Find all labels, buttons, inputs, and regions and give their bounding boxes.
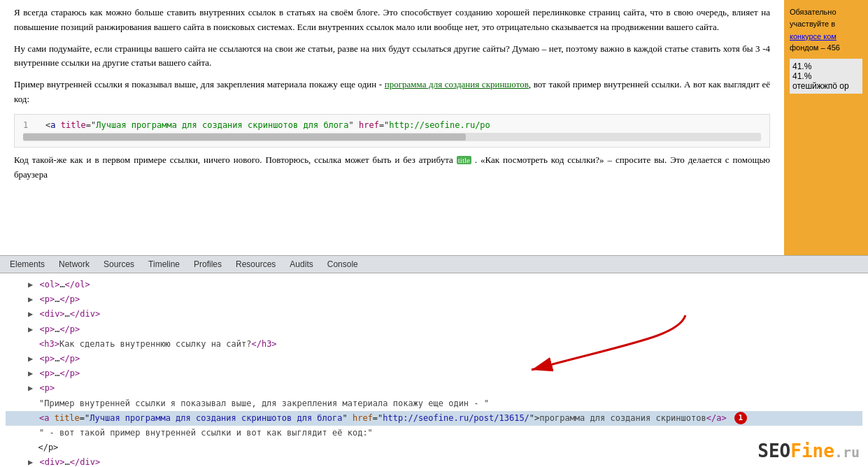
tag-name: <p> [39,294,55,304]
dom-line: ▶ <div>…</div> [6,455,862,467]
text-node: Как сделать внутреннюю ссылку на сайт? [59,339,252,349]
triangle-icon: ▶ [28,457,33,467]
title-val: Лучшая программа для создания скриншотов… [90,413,342,423]
triangle-icon: ▶ [28,368,33,378]
close-tag: </div> [70,309,100,319]
sidebar-num-block: 41.% 41.% отешйжжпö ор [790,59,862,94]
badge-number: 1 [734,412,747,424]
attr-href: href [353,413,373,423]
line-number: 1 [23,120,37,130]
dom-line: ▶ <p>…</p> [6,322,862,337]
triangle-icon: ▶ [28,383,33,393]
seofine-logo: SEOFine.ru [757,440,860,461]
logo-seo: SEO [757,440,790,461]
para4-before: Код такой-же как и в первом примере ссыл… [14,155,453,165]
ellipsis: … [59,280,64,289]
close-quote2: "> [529,413,539,423]
internal-link[interactable]: программа для создания скриншотов [385,79,529,89]
tab-profiles[interactable]: Profiles [187,257,229,272]
triangle-icon: ▶ [28,309,33,319]
tab-network[interactable]: Network [52,257,97,272]
sidebar-num2: 41.% [792,71,860,81]
text-node: " - вот такой пример внутренней ссылки и… [39,428,373,438]
sidebar-num3: отешйжжпö ор [792,81,860,91]
tag-name: <ol> [39,280,59,289]
text-node: "Пример внутренней ссылки я показывал вы… [39,398,489,408]
dom-line: "Пример внутренней ссылки я показывал вы… [6,396,862,411]
article-paragraph-2: Ну сами подумайте, если страницы вашего … [14,42,770,71]
tag-name: <div> [39,309,64,319]
code-scrollbar[interactable] [23,133,761,141]
highlight-tag: title [457,156,471,164]
devtools-panel: ▶ <ol>…</ol> ▶ <p>…</p> ▶ <div>…</div> ▶… [0,273,868,467]
close-tag: </p> [59,354,80,364]
close-quote1: " [343,413,353,423]
close-a-tag: </a> [706,413,727,423]
article-paragraph-1: Я всегда стараюсь как можно больше стави… [14,6,770,35]
sidebar-block-1: Обязательно участвуйте в конкурсе ком фо… [790,6,862,53]
open-a-tag: <a [39,413,55,423]
close-p: </p> [28,443,58,452]
logo-fine: Fine [790,440,834,461]
close-tag: </ol> [65,280,90,289]
logo-ru: .ru [834,444,860,461]
tab-resources[interactable]: Resources [229,257,283,272]
sidebar-num1: 41.% [792,62,860,71]
close-tag: </p> [59,294,80,304]
sidebar-obz-link[interactable]: конкурсе ком [790,32,837,41]
close-tag: </p> [59,368,80,378]
dom-line: ▶ <p>…</p> [6,366,862,381]
close-tag: </h3> [251,339,276,349]
code-block: 1 <a title="Лучшая программа для создани… [14,114,770,148]
dom-line: <h3>Как сделать внутреннюю ссылку на сай… [6,337,862,352]
close-tag: </p> [59,324,80,334]
dom-line: ▶ <div>…</div> [6,307,862,322]
dom-line: ▶ <ol>…</ol> [6,278,862,292]
tag-name: <div> [39,457,64,467]
article-paragraph-4: Код такой-же как и в первом примере ссыл… [14,153,770,182]
dom-line: ▶ <p>…</p> [6,292,862,307]
attr-title: title [55,413,80,423]
dom-line: ▶ <p>…</p> [6,352,862,366]
devtools-tabs-bar: Elements Network Sources Timeline Profil… [0,255,868,273]
dom-line: </p> [6,440,862,455]
tab-console[interactable]: Console [320,257,365,272]
link-text: программа для создания скриншотов [539,413,706,423]
code-scrollbar-thumb [23,134,466,141]
tab-elements[interactable]: Elements [3,257,52,272]
tab-timeline[interactable]: Timeline [141,257,187,272]
tag-name: <p> [39,324,55,334]
tab-sources[interactable]: Sources [97,257,141,272]
sidebar-right: Обязательно участвуйте в конкурсе ком фо… [784,0,868,255]
dom-tree: ▶ <ol>…</ol> ▶ <p>…</p> ▶ <div>…</div> ▶… [0,276,868,467]
sidebar-obz-after: фондом – 456 [790,43,840,52]
triangle-icon: ▶ [28,280,33,289]
dom-line: ▶ <p> [6,381,862,396]
tag-name: <p> [39,368,55,378]
ellipsis: … [65,457,70,467]
triangle-icon: ▶ [28,354,33,364]
tag-name: <p> [39,354,55,364]
code-content: <a title="Лучшая программа для создания … [45,120,490,130]
triangle-icon: ▶ [28,324,33,334]
sidebar-obz-text: Обязательно участвуйте в [790,8,837,28]
href-val: http://seofine.ru/post/13615/ [383,413,529,423]
close-tag: </div> [70,457,100,467]
ellipsis: … [65,309,70,319]
triangle-icon: ▶ [28,294,33,304]
article-paragraph-3: Пример внутренней ссылки я показывал выш… [14,78,770,107]
tab-audits[interactable]: Audits [283,257,320,272]
tag-name: <h3> [39,339,59,349]
equals: =" [80,413,90,423]
dom-selected-line[interactable]: <a title="Лучшая программа для создания … [6,411,862,426]
equals2: =" [373,413,383,423]
article-content: Я всегда стараюсь как можно больше стави… [0,0,784,255]
para3-before: Пример внутренней ссылки я показывал выш… [14,79,385,89]
dom-line: " - вот такой пример внутренней ссылки и… [6,426,862,440]
tag-name: <p> [39,383,55,393]
